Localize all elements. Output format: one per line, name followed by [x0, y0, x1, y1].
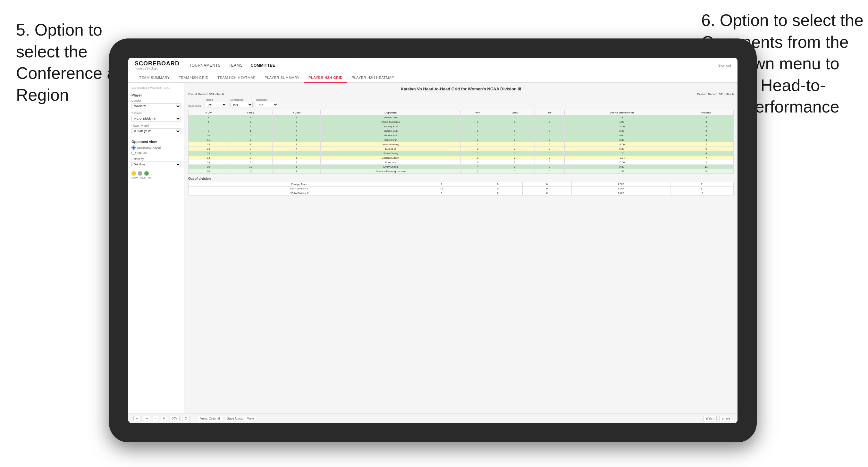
cell-tie: 0 [534, 115, 565, 120]
cell-div: 10 [189, 133, 229, 138]
toolbar-divider-1 [194, 416, 194, 421]
cell-conf: 4 [273, 147, 321, 151]
cell-win: 4 [461, 165, 495, 169]
radio-top100[interactable]: Top 100 [131, 151, 181, 155]
ood-cell-tie: 0 [522, 187, 571, 191]
ood-cell-loss: 0 [473, 187, 522, 191]
cell-win: 1 [461, 115, 495, 120]
table-row: 20 11 7 Federica Domecq Lacroze 2 1 0 1.… [189, 169, 734, 174]
cell-loss: 2 [495, 156, 534, 160]
ood-table-row: NCAA Division 2 5 0 0 7.400 10 [189, 191, 734, 195]
ood-cell-loss: 0 [473, 182, 522, 187]
sub-nav-player-h2h-heatmap[interactable]: PLAYER H2H HEATMAP [347, 73, 399, 82]
cell-win: 1 [461, 124, 495, 129]
nav-tournaments[interactable]: TOURNAMENTS [189, 62, 221, 69]
cell-diff: 1.33 [565, 169, 679, 174]
sub-nav-team-h2h-grid[interactable]: TEAM H2H GRID [175, 73, 213, 82]
table-row: 9 1 4 Sharon Mun 1 0 0 3.67 3 [189, 129, 734, 133]
tablet-frame: SCOREBOARD Powered by clippd TOURNAMENTS… [109, 38, 757, 442]
cell-rounds: 3 [679, 124, 733, 129]
cell-reg: 2 [228, 138, 273, 142]
cell-rounds: 4 [679, 151, 733, 156]
header-right: Sign out [718, 63, 731, 67]
cell-diff: -5.00 [565, 160, 679, 165]
undo-btn[interactable]: ↩ [133, 416, 141, 421]
ood-cell-rounds: 30 [670, 187, 733, 191]
conference-filter-select[interactable]: (All) [230, 102, 253, 107]
sub-nav-team-h2h-heatmap[interactable]: TEAM H2H HEATMAP [213, 73, 260, 82]
sign-out-link[interactable]: Sign out [718, 63, 731, 67]
cell-conf: 6 [273, 156, 321, 160]
gender-select[interactable]: Women's [131, 103, 181, 109]
nav-teams[interactable]: TEAMS [228, 62, 243, 69]
ood-cell-rounds: 10 [670, 191, 733, 195]
cell-win: 0 [461, 160, 495, 165]
player-rank-select[interactable]: 8. Katelyn Vo [131, 128, 181, 134]
filter-row: Opponents: Region (All) Conference (All) [188, 98, 734, 107]
paste-btn[interactable]: ⌘V [169, 416, 180, 421]
cell-win: 1 [461, 120, 495, 124]
col-tie: Tie [534, 110, 565, 115]
radio-opponents-played[interactable]: Opponents Played [131, 146, 181, 150]
cell-conf: 2 [273, 160, 321, 165]
out-of-division-header: Out of division [188, 177, 734, 181]
ood-table-row: NAIA Division 1 15 0 0 9.267 30 [189, 187, 734, 191]
watch-btn[interactable]: Watch [703, 416, 717, 421]
share-btn[interactable]: Share [719, 416, 732, 421]
cell-loss: 0 [495, 129, 534, 133]
opponent-filter-select[interactable]: (All) [256, 102, 278, 107]
cell-loss: 0 [495, 124, 534, 129]
cell-loss: 0 [495, 133, 534, 138]
cell-tie: 0 [534, 169, 565, 174]
nav-committee[interactable]: COMMITTEE [251, 62, 275, 69]
ood-cell-name: Foreign Team [189, 182, 410, 187]
cell-conf: 3 [273, 133, 321, 138]
copy-btn[interactable]: ⎘ [161, 416, 167, 421]
sub-nav-player-h2h-grid[interactable]: PLAYER H2H GRID [304, 73, 347, 83]
region-filter-select[interactable]: (All) [205, 102, 227, 107]
cell-tie: 0 [534, 151, 565, 156]
opponent-filter-label: Opponent [256, 98, 278, 101]
ood-cell-tie: 0 [522, 191, 571, 195]
sub-nav-player-summary[interactable]: PLAYER SUMMARY [260, 73, 304, 82]
content-area: Katelyn Vo Head-to-Head Grid for Women's… [184, 83, 738, 413]
circle-level [138, 171, 143, 176]
cell-div: 20 [189, 169, 229, 174]
cell-loss: 1 [495, 169, 534, 174]
save-custom-btn[interactable]: Save Custom View [225, 416, 256, 421]
cell-div: 16 [189, 156, 229, 160]
cell-conf: 4 [273, 129, 321, 133]
logo-subtext: Powered by clippd [135, 67, 180, 70]
clock-btn[interactable]: ⏱ [182, 416, 190, 421]
cell-tie: 0 [534, 142, 565, 147]
ood-table-row: Foreign Team 1 0 0 4.500 2 [189, 182, 734, 187]
col-loss: Loss [495, 110, 534, 115]
col-opponent: Opponent [321, 110, 461, 115]
table-row: 15 8 5 Stella Cheng 1 0 0 1.25 4 [189, 151, 734, 156]
cell-opponent: Eunice Yi [321, 147, 461, 151]
cell-diff: 4.00 [565, 120, 679, 124]
table-row: 3 3 1 Esther Lee 1 0 0 1.50 4 [189, 115, 734, 120]
cell-diff: -3.00 [565, 142, 679, 147]
cell-conf: 1 [273, 115, 321, 120]
cell-rounds: 4 [679, 133, 733, 138]
main-data-table: # Div # Reg # Conf Opponent Win Loss Tie… [188, 110, 734, 174]
cell-rounds: 11 [679, 165, 733, 169]
ood-cell-win: 1 [410, 182, 473, 187]
app-header: SCOREBOARD Powered by clippd TOURNAMENTS… [128, 58, 738, 73]
cell-diff: 4.00 [565, 133, 679, 138]
cell-win: 2 [461, 169, 495, 174]
back-btn[interactable]: ‹ [153, 416, 158, 421]
redo-btn[interactable]: ↪ [143, 416, 150, 421]
division-select[interactable]: NCAA Division III [131, 116, 181, 122]
cell-tie: 0 [534, 129, 565, 133]
colour-by-select[interactable]: Win/loss [131, 161, 181, 167]
cell-win: 1 [461, 156, 495, 160]
cell-reg: 1 [228, 142, 273, 147]
view-original-btn[interactable]: View: Original [198, 416, 222, 421]
table-row: 19 10 6 Emily Chang 4 0 0 0.30 11 [189, 165, 734, 169]
sub-nav-team-summary[interactable]: TEAM SUMMARY [135, 73, 175, 82]
cell-opponent: Sharon Mun [321, 129, 461, 133]
cell-diff: 0.38 [565, 147, 679, 151]
col-conf: # Conf [273, 110, 321, 115]
